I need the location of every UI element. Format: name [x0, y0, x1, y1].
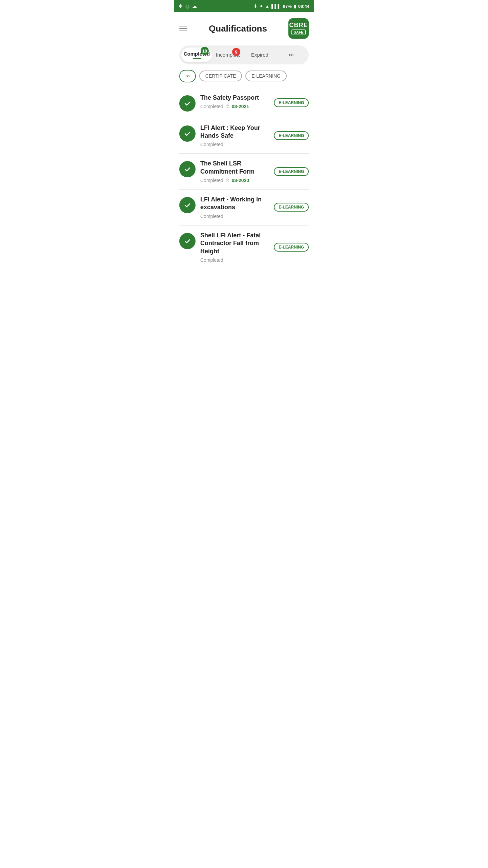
qualification-item[interactable]: LFI Alert - Working in excavations Compl…: [179, 190, 309, 225]
filter-elearning-button[interactable]: E-LEARNING: [245, 71, 287, 81]
header: Qualifications CBRE SAFE: [174, 12, 314, 43]
battery-download-icon: ⬇: [253, 4, 257, 9]
qualification-name: Shell LFI Alert - Fatal Contractor Fall …: [200, 232, 269, 255]
tab-infinity-label: ∞: [277, 51, 305, 59]
filter-row: ∞ CERTIFICATE E-LEARNING: [174, 70, 314, 88]
qualification-name: LFI Alert : Keep Your Hands Safe: [200, 124, 269, 140]
tab-infinity[interactable]: ∞: [276, 47, 307, 62]
tab-completed[interactable]: 10 Completed: [181, 47, 212, 62]
tab-incomplete[interactable]: 9 Incomplete: [213, 48, 244, 61]
qualification-meta: Completed: [200, 214, 269, 219]
clock-icon: ⏱: [225, 104, 230, 109]
qualification-date: 08-2021: [232, 104, 249, 109]
signal-icon: ▌▌▌: [271, 4, 281, 9]
qualification-list: The Safety Passport Completed ⏱ 08-2021 …: [174, 88, 314, 270]
tabs-container: 10 Completed 9 Incomplete Expired ∞: [179, 45, 309, 64]
qualification-content: The Safety Passport Completed ⏱ 08-2021: [200, 94, 269, 109]
status-bar-right: ⬇ ✦ ▲ ▌▌▌ 97% ▮ 08:44: [253, 4, 309, 9]
qualification-content: LFI Alert - Working in excavations Compl…: [200, 196, 269, 219]
qualification-item[interactable]: LFI Alert : Keep Your Hands Safe Complet…: [179, 118, 309, 154]
qualification-name: The Shell LSR Commitment Form: [200, 160, 269, 176]
app-icon-1: ✤: [179, 3, 183, 9]
status-bar: ✤ ◎ ☁ ⬇ ✦ ▲ ▌▌▌ 97% ▮ 08:44: [174, 0, 314, 12]
qualification-check-icon: [179, 197, 196, 213]
tab-expired-label: Expired: [246, 52, 274, 58]
qualification-check-icon: [179, 233, 196, 249]
qualification-date: 08-2020: [232, 178, 249, 183]
app-icon-2: ◎: [185, 3, 189, 9]
wifi-icon: ▲: [265, 4, 269, 9]
cbre-safe-logo: CBRE SAFE: [288, 18, 309, 39]
qualification-check-icon: [179, 125, 196, 142]
qualification-status: Completed: [200, 178, 223, 183]
battery-icon: ▮: [294, 4, 296, 9]
clock-icon: ⏱: [225, 178, 230, 183]
filter-certificate-label: CERTIFICATE: [205, 73, 236, 79]
tab-expired[interactable]: Expired: [244, 48, 275, 61]
battery-percent: 97%: [283, 4, 292, 9]
qualification-content: The Shell LSR Commitment Form Completed …: [200, 160, 269, 183]
qualification-status: Completed: [200, 142, 223, 147]
qualification-item[interactable]: The Safety Passport Completed ⏱ 08-2021 …: [179, 88, 309, 118]
app-icon-3: ☁: [192, 3, 197, 9]
qualification-type-badge: E-LEARNING: [274, 167, 309, 176]
qualification-meta: Completed ⏱ 08-2020: [200, 178, 269, 183]
qualification-check-icon: [179, 161, 196, 177]
qualification-name: LFI Alert - Working in excavations: [200, 196, 269, 212]
bluetooth-icon: ✦: [259, 4, 263, 9]
qualification-item[interactable]: Shell LFI Alert - Fatal Contractor Fall …: [179, 225, 309, 269]
qualification-name: The Safety Passport: [200, 94, 269, 102]
hamburger-menu-button[interactable]: [179, 26, 187, 31]
qualification-meta: Completed ⏱ 08-2021: [200, 104, 269, 109]
page-title: Qualifications: [209, 23, 267, 34]
logo-bottom-text: SAFE: [291, 29, 305, 35]
time: 08:44: [298, 4, 309, 9]
qualification-status: Completed: [200, 214, 223, 219]
filter-all-button[interactable]: ∞: [179, 70, 196, 82]
qualification-item[interactable]: The Shell LSR Commitment Form Completed …: [179, 154, 309, 190]
qualification-type-badge: E-LEARNING: [274, 203, 309, 212]
qualification-content: LFI Alert : Keep Your Hands Safe Complet…: [200, 124, 269, 147]
filter-elearning-label: E-LEARNING: [251, 73, 281, 79]
filter-all-icon: ∞: [185, 73, 190, 79]
tab-completed-badge: 10: [201, 47, 209, 55]
qualification-status: Completed: [200, 257, 223, 263]
logo-top-text: CBRE: [289, 22, 308, 29]
qualification-status: Completed: [200, 104, 223, 109]
qualification-meta: Completed: [200, 257, 269, 263]
status-bar-left: ✤ ◎ ☁: [179, 3, 197, 9]
qualification-meta: Completed: [200, 142, 269, 147]
qualification-type-badge: E-LEARNING: [274, 98, 309, 107]
qualification-type-badge: E-LEARNING: [274, 243, 309, 252]
filter-certificate-button[interactable]: CERTIFICATE: [199, 71, 242, 81]
qualification-content: Shell LFI Alert - Fatal Contractor Fall …: [200, 232, 269, 263]
qualification-type-badge: E-LEARNING: [274, 131, 309, 140]
qualification-check-icon: [179, 95, 196, 112]
